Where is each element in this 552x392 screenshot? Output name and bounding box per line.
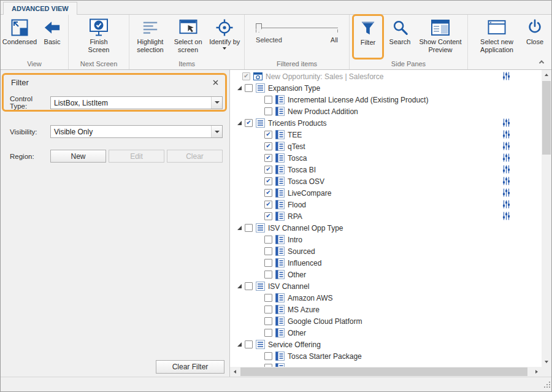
region-new-button[interactable]: New <box>50 150 106 163</box>
row-checkbox[interactable] <box>264 317 272 325</box>
row-checkbox[interactable] <box>264 142 272 150</box>
row-checkbox[interactable] <box>264 166 272 174</box>
vertical-scrollbar[interactable] <box>542 70 551 367</box>
tree-row[interactable]: ISV Channel Opp Type <box>230 222 542 234</box>
scroll-down-button[interactable] <box>542 357 551 367</box>
tree-row[interactable]: Other <box>230 269 542 280</box>
slider-track[interactable] <box>256 23 338 33</box>
control-type-dropdown[interactable]: ListBox, ListItem <box>50 96 223 109</box>
row-checkbox[interactable] <box>264 212 272 220</box>
row-label: Other <box>288 329 306 337</box>
tree-row[interactable]: Tosca Starter Package <box>230 350 542 362</box>
row-label: Expansion Type <box>268 84 320 93</box>
row-checkbox[interactable] <box>264 259 272 267</box>
dropdown-caret-button[interactable] <box>211 126 222 137</box>
row-checkbox[interactable] <box>245 84 253 92</box>
row-checkbox[interactable] <box>242 72 250 80</box>
row-checkbox[interactable] <box>264 236 272 244</box>
tree-row[interactable]: ISV Channel <box>230 280 542 292</box>
tree-row[interactable]: Expansion Type <box>230 82 542 94</box>
tree-row[interactable]: Incremental License Add (Existing Produc… <box>230 94 542 106</box>
row-checkbox[interactable] <box>264 329 272 337</box>
button-label: Select new Application <box>477 38 517 53</box>
horizontal-scrollbar[interactable] <box>230 367 542 377</box>
close-button[interactable]: Close <box>519 15 550 47</box>
row-checkbox[interactable] <box>245 224 253 232</box>
scroll-up-button[interactable] <box>542 70 551 80</box>
tree-row[interactable]: TEE <box>230 129 542 140</box>
expander-icon[interactable] <box>237 284 242 288</box>
row-checkbox[interactable] <box>264 201 272 209</box>
tree-row[interactable]: Flood <box>230 199 542 210</box>
row-checkbox[interactable] <box>264 306 272 313</box>
sliders-icon <box>502 72 510 80</box>
expander-icon[interactable] <box>237 121 242 125</box>
row-label: Flood <box>288 201 306 209</box>
clear-filter-button[interactable]: Clear Filter <box>156 360 224 374</box>
tree-row[interactable]: RPA <box>230 210 542 222</box>
vertical-scroll-thumb[interactable] <box>542 81 551 155</box>
tree-row[interactable]: Tosca <box>230 152 542 164</box>
row-checkbox[interactable] <box>264 352 272 360</box>
slider-label-selected: Selected <box>256 36 282 44</box>
scroll-left-button[interactable] <box>230 367 240 377</box>
tree-row[interactable]: LiveCompare <box>230 187 542 199</box>
resize-grip[interactable] <box>543 380 551 391</box>
row-checkbox[interactable] <box>245 340 253 348</box>
expander-icon[interactable] <box>237 226 242 230</box>
finish-screen-button[interactable]: Finish Screen <box>81 15 117 55</box>
row-checkbox[interactable] <box>264 271 272 279</box>
select-on-screen-button[interactable]: Select on screen <box>170 15 207 55</box>
row-checkbox[interactable] <box>264 107 272 115</box>
tree-rows: New Opportunity: Sales | Salesforce Expa… <box>230 71 542 367</box>
filtered-items-slider[interactable]: Selected All <box>256 23 338 44</box>
select-new-application-button[interactable]: Select new Application <box>474 15 519 55</box>
scrollbar-corner <box>542 367 551 377</box>
row-checkbox[interactable] <box>245 282 253 290</box>
listbox-icon <box>256 282 265 291</box>
expander-icon[interactable] <box>237 342 242 347</box>
row-checkbox[interactable] <box>245 119 253 127</box>
sliders-icon <box>502 165 510 174</box>
row-checkbox[interactable] <box>264 131 272 139</box>
visibility-dropdown[interactable]: Visible Only <box>50 125 223 138</box>
listitem-icon <box>275 270 285 279</box>
slider-thumb[interactable] <box>256 23 262 33</box>
tree-row[interactable]: New Opportunity: Sales | Salesforce <box>230 71 542 82</box>
highlight-selection-button[interactable]: Highlight selection <box>131 15 170 55</box>
tree-row[interactable]: New Product Addition <box>230 106 542 117</box>
tree-row[interactable]: Google Cloud Platform <box>230 315 542 327</box>
expander-icon[interactable] <box>237 86 242 90</box>
tab-advanced-view[interactable]: ADVANCED VIEW <box>3 2 77 15</box>
tree-row[interactable]: qTest <box>230 140 542 152</box>
tree-row[interactable]: Other <box>230 327 542 339</box>
search-button[interactable]: Search <box>385 15 415 47</box>
collapse-ribbon-button[interactable] <box>536 57 547 66</box>
identify-by-button[interactable]: Identify by <box>206 15 243 51</box>
tree-row[interactable]: Amazon AWS <box>230 292 542 304</box>
tree-row[interactable]: Service Offering <box>230 339 542 350</box>
basic-button[interactable]: Basic <box>37 15 67 47</box>
tree-row[interactable]: Tosca BI <box>230 164 542 175</box>
tree-row[interactable]: Sourced <box>230 245 542 257</box>
sliders-icon <box>502 212 510 220</box>
dropdown-caret-button[interactable] <box>211 97 222 109</box>
condensed-button[interactable]: Condensed <box>2 15 37 47</box>
tree-row[interactable]: Tosca OSV <box>230 175 542 187</box>
tree-row[interactable]: Intro <box>230 234 542 245</box>
row-checkbox[interactable] <box>264 189 272 197</box>
row-checkbox[interactable] <box>264 177 272 185</box>
tree-row[interactable]: Influenced <box>230 257 542 269</box>
close-icon[interactable] <box>211 79 220 87</box>
row-checkbox[interactable] <box>264 294 272 302</box>
tree-row[interactable] <box>230 362 542 367</box>
row-checkbox[interactable] <box>264 154 272 162</box>
row-checkbox[interactable] <box>264 247 272 255</box>
tree-row[interactable]: Tricentis Products <box>230 117 542 129</box>
scroll-right-button[interactable] <box>532 367 542 377</box>
filter-button[interactable]: Filter <box>354 16 382 56</box>
horizontal-scroll-thumb[interactable] <box>240 367 527 376</box>
row-checkbox[interactable] <box>264 96 272 104</box>
tree-row[interactable]: MS Azure <box>230 304 542 315</box>
show-content-preview-button[interactable]: Show Content Preview <box>415 15 466 55</box>
